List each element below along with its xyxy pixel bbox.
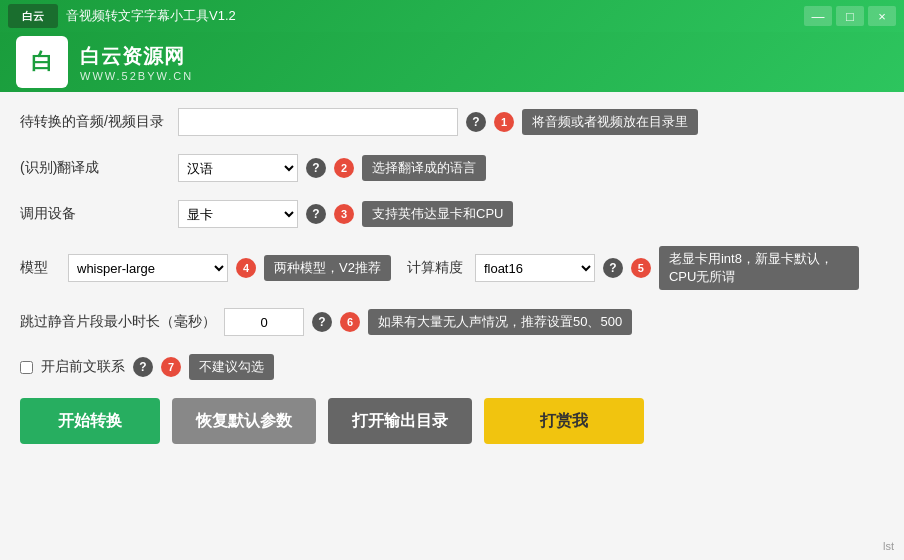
device-row: 调用设备 显卡 CPU ? 3 支持英伟达显卡和CPU: [20, 200, 884, 228]
lang-tip: 选择翻译成的语言: [362, 155, 486, 181]
maximize-button[interactable]: □: [836, 6, 864, 26]
lang-select[interactable]: 汉语 英语 日语: [178, 154, 298, 182]
banner-info: 白云资源网 WWW.52BYW.CN: [80, 43, 193, 82]
model-row: 模型 whisper-large whisper-medium 4 两种模型，V…: [20, 246, 884, 290]
reset-button[interactable]: 恢复默认参数: [172, 398, 316, 444]
skip-label: 跳过静音片段最小时长（毫秒）: [20, 313, 216, 331]
model-tip: 两种模型，V2推荐: [264, 255, 391, 281]
site-url: WWW.52BYW.CN: [80, 70, 193, 82]
main-content: 待转换的音频/视频目录 ? 1 将音频或者视频放在目录里 (识别)翻译成 汉语 …: [0, 92, 904, 560]
context-row: 开启前文联系 ? 7 不建议勾选: [20, 354, 884, 380]
device-label: 调用设备: [20, 205, 170, 223]
context-help-icon[interactable]: ?: [133, 357, 153, 377]
dir-label: 待转换的音频/视频目录: [20, 113, 170, 131]
context-label[interactable]: 开启前文联系: [41, 358, 125, 376]
start-button[interactable]: 开始转换: [20, 398, 160, 444]
step-2-badge: 2: [334, 158, 354, 178]
dir-tip: 将音频或者视频放在目录里: [522, 109, 698, 135]
precision-select[interactable]: float16 int8 float32: [475, 254, 595, 282]
precision-help-icon[interactable]: ?: [603, 258, 623, 278]
lang-label: (识别)翻译成: [20, 159, 170, 177]
model-select[interactable]: whisper-large whisper-medium: [68, 254, 228, 282]
step-3-badge: 3: [334, 204, 354, 224]
buttons-row: 开始转换 恢复默认参数 打开输出目录 打赏我: [20, 398, 884, 444]
context-checkbox[interactable]: [20, 361, 33, 374]
donate-button[interactable]: 打赏我: [484, 398, 644, 444]
banner-logo: 白: [16, 36, 68, 88]
open-dir-button[interactable]: 打开输出目录: [328, 398, 472, 444]
model-label: 模型: [20, 259, 60, 277]
window-controls: — □ ×: [804, 6, 896, 26]
skip-tip: 如果有大量无人声情况，推荐设置50、500: [368, 309, 632, 335]
app-logo-box: 白云: [8, 4, 58, 28]
step-4-badge: 4: [236, 258, 256, 278]
banner-logo-char: 白: [31, 47, 53, 77]
minimize-button[interactable]: —: [804, 6, 832, 26]
dir-input[interactable]: [178, 108, 458, 136]
title-bar: 白云 音视频转文字字幕小工具V1.2 — □ ×: [0, 0, 904, 32]
lang-help-icon[interactable]: ?: [306, 158, 326, 178]
device-select[interactable]: 显卡 CPU: [178, 200, 298, 228]
precision-label: 计算精度: [407, 259, 467, 277]
dir-row: 待转换的音频/视频目录 ? 1 将音频或者视频放在目录里: [20, 108, 884, 136]
precision-tip: 老显卡用int8，新显卡默认，CPU无所谓: [659, 246, 859, 290]
lang-row: (识别)翻译成 汉语 英语 日语 ? 2 选择翻译成的语言: [20, 154, 884, 182]
skip-help-icon[interactable]: ?: [312, 312, 332, 332]
skip-input[interactable]: [224, 308, 304, 336]
app-title: 音视频转文字字幕小工具V1.2: [66, 7, 236, 25]
site-name: 白云资源网: [80, 43, 193, 70]
title-bar-left: 白云 音视频转文字字幕小工具V1.2: [8, 4, 236, 28]
close-button[interactable]: ×: [868, 6, 896, 26]
banner: 白 白云资源网 WWW.52BYW.CN: [0, 32, 904, 92]
step-1-badge: 1: [494, 112, 514, 132]
step-6-badge: 6: [340, 312, 360, 332]
device-help-icon[interactable]: ?: [306, 204, 326, 224]
device-tip: 支持英伟达显卡和CPU: [362, 201, 513, 227]
step-5-badge: 5: [631, 258, 651, 278]
dir-help-icon[interactable]: ?: [466, 112, 486, 132]
context-tip: 不建议勾选: [189, 354, 274, 380]
skip-row: 跳过静音片段最小时长（毫秒） ? 6 如果有大量无人声情况，推荐设置50、500: [20, 308, 884, 336]
logo-short-text: 白云: [22, 9, 44, 24]
step-7-badge: 7: [161, 357, 181, 377]
bottom-text: lst: [883, 540, 894, 552]
